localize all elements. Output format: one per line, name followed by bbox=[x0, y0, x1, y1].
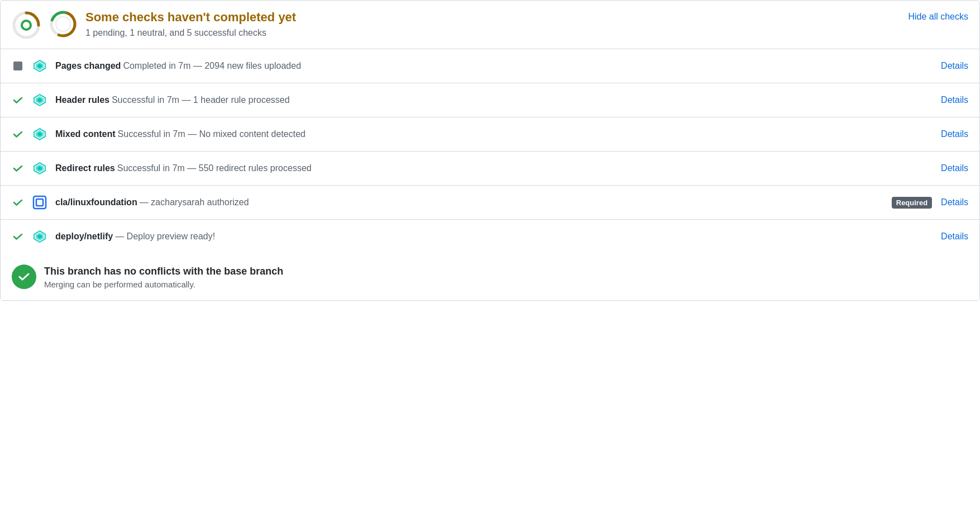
netlify-icon bbox=[31, 159, 49, 177]
check-content: cla/linuxfoundation — zacharysarah autho… bbox=[55, 197, 885, 207]
details-link[interactable]: Details bbox=[941, 129, 968, 139]
check-content: Mixed content Successful in 7m — No mixe… bbox=[55, 129, 934, 139]
checks-title: Some checks haven't completed yet bbox=[85, 10, 296, 26]
check-row-cla-linuxfoundation: cla/linuxfoundation — zacharysarah autho… bbox=[1, 186, 979, 220]
check-content: deploy/netlify — Deploy preview ready! bbox=[55, 232, 934, 242]
svg-point-1 bbox=[22, 21, 31, 30]
check-row-right: Details bbox=[941, 232, 968, 242]
checks-title-block: Some checks haven't completed yet 1 pend… bbox=[85, 10, 296, 38]
check-row-right: Details bbox=[941, 61, 968, 71]
merge-success-icon bbox=[12, 264, 36, 289]
success-icon bbox=[12, 196, 24, 209]
netlify-icon bbox=[31, 91, 49, 109]
checks-header-left: Some checks haven't completed yet 1 pend… bbox=[12, 10, 296, 40]
check-name: Pages changed bbox=[55, 61, 121, 71]
details-link[interactable]: Details bbox=[941, 197, 968, 207]
success-icon bbox=[12, 162, 24, 174]
check-description: Successful in 7m — 550 redirect rules pr… bbox=[117, 163, 312, 173]
svg-rect-23 bbox=[34, 196, 46, 209]
details-link[interactable]: Details bbox=[941, 61, 968, 71]
check-row-right: Details bbox=[941, 95, 968, 105]
cla-icon bbox=[31, 193, 49, 211]
checks-subtitle: 1 pending, 1 neutral, and 5 successful c… bbox=[85, 28, 296, 38]
spinner-wrapper bbox=[49, 10, 78, 39]
check-content: Header rules Successful in 7m — 1 header… bbox=[55, 95, 934, 105]
netlify-icon bbox=[31, 228, 49, 245]
neutral-icon bbox=[12, 60, 24, 72]
required-badge: Required bbox=[892, 197, 932, 209]
check-name: cla/linuxfoundation bbox=[55, 197, 137, 207]
check-content: Redirect rules Successful in 7m — 550 re… bbox=[55, 163, 934, 173]
checks-container: Some checks haven't completed yet 1 pend… bbox=[0, 0, 980, 301]
netlify-icon bbox=[31, 125, 49, 143]
check-row-pages-changed: Pages changed Completed in 7m — 2094 new… bbox=[1, 49, 979, 83]
svg-rect-24 bbox=[36, 199, 43, 206]
success-icon bbox=[12, 230, 24, 243]
success-icon bbox=[12, 94, 24, 106]
check-name: Header rules bbox=[55, 95, 110, 105]
pending-spinner-icon bbox=[12, 11, 41, 40]
checkmark-icon bbox=[17, 270, 31, 284]
check-row-deploy-netlify: deploy/netlify — Deploy preview ready! D… bbox=[1, 220, 979, 253]
hide-all-checks-link[interactable]: Hide all checks bbox=[908, 12, 968, 22]
checks-list: Pages changed Completed in 7m — 2094 new… bbox=[1, 49, 979, 253]
check-description: Successful in 7m — No mixed content dete… bbox=[118, 129, 306, 139]
netlify-icon bbox=[31, 57, 49, 75]
merge-subtitle: Merging can be performed automatically. bbox=[44, 280, 283, 289]
check-content: Pages changed Completed in 7m — 2094 new… bbox=[55, 61, 934, 71]
check-description: — zacharysarah authorized bbox=[140, 197, 249, 207]
check-name: Mixed content bbox=[55, 129, 116, 139]
check-description: Completed in 7m — 2094 new files uploade… bbox=[123, 61, 301, 71]
merge-title: This branch has no conflicts with the ba… bbox=[44, 264, 283, 278]
details-link[interactable]: Details bbox=[941, 163, 968, 173]
check-row-header-rules: Header rules Successful in 7m — 1 header… bbox=[1, 83, 979, 117]
merge-section: This branch has no conflicts with the ba… bbox=[1, 253, 979, 300]
check-row-right: Required Details bbox=[892, 197, 968, 209]
check-description: — Deploy preview ready! bbox=[115, 232, 215, 242]
details-link[interactable]: Details bbox=[941, 232, 968, 242]
details-link[interactable]: Details bbox=[941, 95, 968, 105]
check-row-mixed-content: Mixed content Successful in 7m — No mixe… bbox=[1, 117, 979, 152]
merge-text-block: This branch has no conflicts with the ba… bbox=[44, 264, 283, 289]
check-row-redirect-rules: Redirect rules Successful in 7m — 550 re… bbox=[1, 152, 979, 186]
success-icon bbox=[12, 128, 24, 140]
check-row-right: Details bbox=[941, 163, 968, 173]
checks-header: Some checks haven't completed yet 1 pend… bbox=[1, 1, 979, 49]
check-name: deploy/netlify bbox=[55, 232, 113, 242]
spinner-svg bbox=[49, 10, 78, 39]
check-description: Successful in 7m — 1 header rule process… bbox=[112, 95, 289, 105]
check-name: Redirect rules bbox=[55, 163, 115, 173]
check-row-right: Details bbox=[941, 129, 968, 139]
